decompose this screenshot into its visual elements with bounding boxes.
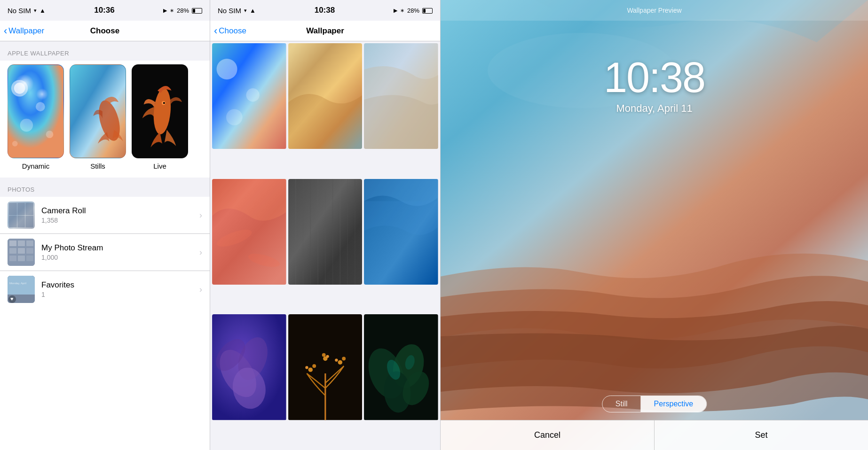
photo-stream-count: 1,000	[41, 254, 193, 261]
svg-point-31	[226, 109, 243, 125]
svg-point-46	[312, 365, 316, 368]
bluetooth-icon-p2: ∗	[400, 8, 404, 14]
favorites-count: 1	[41, 291, 193, 298]
preview-clock: 10:38 Monday, April 11	[441, 56, 868, 115]
battery-icon-panel1	[192, 7, 202, 14]
stills-thumb	[70, 64, 126, 158]
svg-point-50	[335, 359, 338, 362]
grid-cell	[17, 216, 25, 228]
favorites-thumb-svg: Monday, April ♥	[8, 276, 35, 303]
category-dynamic[interactable]: Dynamic	[8, 64, 64, 170]
grid-item-wp6[interactable]	[364, 179, 438, 285]
favorites-info: Favorites 1	[41, 280, 193, 298]
stills-svg	[70, 65, 126, 158]
live-svg	[132, 65, 188, 158]
svg-rect-19	[26, 248, 33, 254]
preview-header: Wallpaper Preview	[441, 0, 868, 21]
album-favorites[interactable]: Monday, April ♥ Favorites 1 ›	[0, 271, 210, 308]
svg-rect-17	[9, 248, 16, 254]
svg-rect-20	[9, 256, 16, 261]
category-stills[interactable]: Stills	[70, 64, 126, 170]
svg-point-2	[14, 83, 25, 94]
grid-cell	[17, 203, 25, 215]
camera-roll-thumb	[8, 202, 35, 229]
back-button-panel2[interactable]: ‹ Choose	[214, 26, 246, 36]
sim-icon-p2: ▾	[244, 8, 247, 14]
svg-point-47	[305, 366, 308, 369]
photo-stream-info: My Photo Stream 1,000	[41, 243, 193, 261]
live-label: Live	[153, 162, 166, 170]
photo-stream-thumb	[8, 239, 35, 266]
live-thumb	[132, 64, 188, 158]
svg-rect-21	[18, 256, 25, 261]
nav-bar-panel2: ‹ Choose Wallpaper	[210, 21, 440, 41]
svg-rect-16	[26, 241, 33, 246]
dynamic-thumb	[8, 64, 64, 158]
grid-item-wp2[interactable]	[288, 43, 363, 149]
svg-text:♥: ♥	[10, 296, 14, 302]
stream-thumb-svg	[8, 239, 35, 266]
grid-item-wp9[interactable]	[364, 314, 438, 420]
svg-point-4	[20, 119, 33, 132]
status-left-panel1: No SIM ▾ ▲	[8, 7, 46, 15]
clock-panel2: 10:38	[315, 6, 335, 15]
category-live[interactable]: Live	[132, 64, 188, 170]
photo-stream-name: My Photo Stream	[41, 243, 193, 253]
camera-roll-count: 1,358	[41, 217, 193, 224]
album-photo-stream[interactable]: My Photo Stream 1,000 ›	[0, 234, 210, 271]
grid-item-wp1[interactable]	[212, 43, 286, 149]
cancel-button[interactable]: Cancel	[441, 420, 655, 450]
nav-title-panel1: Choose	[90, 26, 119, 36]
grid-item-wp7[interactable]	[212, 314, 286, 420]
photos-section: Camera Roll 1,358 ›	[0, 197, 210, 450]
svg-point-1	[11, 80, 28, 96]
set-button[interactable]: Set	[655, 420, 868, 450]
sim-icon: ▾	[34, 8, 37, 14]
grid-item-wp8[interactable]	[288, 314, 363, 420]
preview-date: Monday, April 11	[441, 102, 868, 115]
status-left-panel2: No SIM ▾ ▲	[218, 7, 256, 15]
dynamic-label: Dynamic	[22, 162, 49, 170]
svg-point-12	[163, 102, 165, 104]
wp2-svg	[288, 43, 363, 149]
photo-stream-chevron: ›	[199, 248, 202, 257]
grid-item-wp4[interactable]	[212, 179, 286, 285]
svg-point-29	[217, 59, 237, 79]
back-chevron-panel1: ‹	[4, 26, 7, 36]
svg-point-30	[246, 88, 260, 101]
battery-pct-panel1: 28%	[177, 7, 189, 14]
wp3-svg	[364, 43, 438, 149]
nav-title-panel2: Wallpaper	[306, 26, 344, 36]
stills-label: Stills	[90, 162, 105, 170]
grid-item-wp3[interactable]	[364, 43, 438, 149]
preview-footer: Cancel Set	[441, 420, 868, 450]
perspective-option[interactable]: Perspective	[641, 396, 707, 412]
still-option[interactable]: Still	[602, 396, 641, 412]
grid-item-wp5[interactable]	[288, 179, 363, 285]
perspective-toggle: Still Perspective	[602, 396, 707, 412]
album-camera-roll[interactable]: Camera Roll 1,358 ›	[0, 197, 210, 234]
camera-roll-grid	[8, 202, 35, 229]
carrier-label-p2: No SIM	[218, 7, 241, 15]
favorites-chevron: ›	[199, 285, 202, 295]
grid-cell	[9, 216, 17, 228]
svg-rect-18	[18, 248, 25, 254]
battery-pct-p2: 28%	[407, 7, 419, 14]
wallpaper-selection-grid	[210, 41, 440, 450]
svg-point-53	[326, 355, 329, 358]
wallpaper-categories: Dynamic	[0, 61, 210, 178]
photos-header: PHOTOS	[0, 178, 210, 197]
svg-point-48	[338, 360, 342, 365]
svg-rect-22	[26, 256, 33, 261]
panel-wallpaper-preview: Wallpaper Preview 10:38 Monday, April 11…	[441, 0, 868, 450]
back-button-panel1[interactable]: ‹ Wallpaper	[4, 26, 44, 36]
status-right-panel1: ▶ ∗ 28%	[163, 7, 202, 14]
svg-point-52	[322, 353, 325, 357]
bluetooth-icon-panel1: ∗	[170, 8, 174, 14]
wp5-svg	[288, 179, 363, 285]
dynamic-svg	[8, 65, 63, 158]
status-right-panel2: ▶ ∗ 28%	[394, 7, 433, 14]
svg-point-45	[308, 368, 312, 372]
carrier-label: No SIM	[8, 7, 31, 15]
apple-wallpaper-header: APPLE WALLPAPER	[0, 41, 210, 61]
